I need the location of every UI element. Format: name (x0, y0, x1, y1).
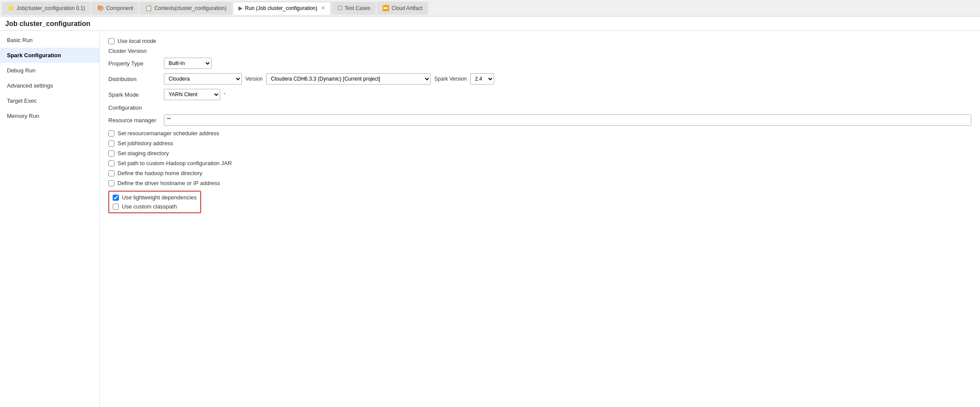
set-staging-label[interactable]: Set staging directory (117, 150, 169, 156)
distribution-label: Distribution (108, 76, 160, 82)
resource-manager-label: Resource manager (108, 117, 160, 124)
star-icon: ⭐ (7, 5, 14, 11)
checkbox-row-set-resourcemanager: Set resourcemanager scheduler address (108, 130, 971, 137)
tab-contexts[interactable]: 📋 Contexts(cluster_configuration) (140, 2, 232, 15)
contexts-icon: 📋 (145, 5, 152, 11)
property-type-select[interactable]: Built-In Custom (164, 58, 212, 69)
checkbox-row-set-path-hadoop: Set path to custom Hadoop configuration … (108, 160, 971, 166)
use-lightweight-label[interactable]: Use lightweight dependencies (122, 194, 197, 201)
main-container: Job cluster_configuration Basic Run Spar… (0, 16, 980, 407)
run-icon: ▶ (238, 5, 243, 11)
tab-test-cases[interactable]: ☐ Test Cases (332, 2, 376, 15)
sidebar-item-debug-run[interactable]: Debug Run (0, 63, 99, 78)
checkbox-row-use-custom-classpath: Use custom classpath (113, 203, 197, 210)
cluster-version-label: Cluster Version (108, 48, 971, 54)
use-local-mode-label[interactable]: Use local mode (117, 38, 156, 44)
sidebar-item-basic-run[interactable]: Basic Run (0, 33, 99, 48)
define-driver-hostname-checkbox[interactable] (108, 180, 114, 186)
set-resourcemanager-label[interactable]: Set resourcemanager scheduler address (117, 130, 219, 137)
use-local-mode-checkbox[interactable] (108, 38, 114, 44)
asterisk-icon: * (224, 92, 225, 97)
set-jobhistory-label[interactable]: Set jobhistory address (117, 140, 173, 147)
tab-job[interactable]: ⭐ Job(cluster_configuration 0.1) (2, 2, 91, 15)
spark-mode-select[interactable]: YARN Client YARN Cluster Local (164, 89, 220, 100)
sidebar-item-advanced-settings[interactable]: Advanced settings (0, 78, 99, 93)
set-jobhistory-checkbox[interactable] (108, 140, 114, 147)
checkbox-row-use-lightweight: Use lightweight dependencies (113, 194, 197, 201)
distribution-select[interactable]: Cloudera Amazon EMR Azure HDInsight Goog… (164, 73, 242, 85)
use-local-mode-row: Use local mode (108, 38, 971, 44)
spark-version-label: Spark Version (434, 76, 467, 82)
tab-bar: ⭐ Job(cluster_configuration 0.1) 🎨 Compo… (0, 0, 980, 16)
spark-mode-row: Spark Mode YARN Client YARN Cluster Loca… (108, 89, 971, 100)
tab-run[interactable]: ▶ Run (Job cluster_configuration) ✕ (233, 2, 331, 15)
use-custom-classpath-label[interactable]: Use custom classpath (122, 203, 177, 210)
checkbox-row-set-staging: Set staging directory (108, 150, 971, 156)
set-staging-checkbox[interactable] (108, 150, 114, 156)
test-cases-icon: ☐ (337, 5, 342, 11)
resource-manager-row: Resource manager (108, 114, 971, 126)
content-area: Basic Run Spark Configuration Debug Run … (0, 31, 980, 407)
resource-manager-input[interactable] (164, 114, 971, 126)
tab-component[interactable]: 🎨 Component (91, 2, 139, 15)
tab-cloud-artifact[interactable]: ⏩ Cloud Artifact (377, 2, 428, 15)
checkboxes-container: Set resourcemanager scheduler addressSet… (108, 130, 971, 213)
page-title: Job cluster_configuration (0, 16, 980, 31)
version-label: Version (245, 76, 263, 82)
define-hadoop-home-checkbox[interactable] (108, 170, 114, 176)
use-lightweight-checkbox[interactable] (113, 195, 119, 201)
sidebar: Basic Run Spark Configuration Debug Run … (0, 31, 100, 407)
cloud-artifact-icon: ⏩ (382, 5, 389, 11)
sidebar-item-spark-configuration[interactable]: Spark Configuration (0, 48, 99, 63)
main-panel: Use local mode Cluster Version Property … (100, 31, 980, 407)
property-type-row: Property Type Built-In Custom (108, 58, 971, 69)
palette-icon: 🎨 (97, 5, 104, 11)
checkbox-row-set-jobhistory: Set jobhistory address (108, 140, 971, 147)
spark-mode-label: Spark Mode (108, 91, 160, 98)
checkbox-row-define-driver-hostname: Define the driver hostname or IP address (108, 180, 971, 186)
set-path-hadoop-checkbox[interactable] (108, 160, 114, 166)
version-select[interactable]: Cloudera CDH6.3.3 (Dynamic) [Current pro… (266, 73, 431, 85)
use-custom-classpath-checkbox[interactable] (113, 204, 119, 210)
highlighted-section: Use lightweight dependenciesUse custom c… (108, 191, 201, 213)
set-resourcemanager-checkbox[interactable] (108, 130, 114, 137)
sidebar-item-target-exec[interactable]: Target Exec (0, 93, 99, 108)
spark-version-select[interactable]: 2.4 2.3 2.2 2.1 (470, 73, 494, 85)
define-driver-hostname-label[interactable]: Define the driver hostname or IP address (117, 180, 220, 186)
set-path-hadoop-label[interactable]: Set path to custom Hadoop configuration … (117, 160, 232, 166)
configuration-label: Configuration (108, 104, 971, 111)
property-type-label: Property Type (108, 60, 160, 67)
distribution-row: Distribution Cloudera Amazon EMR Azure H… (108, 73, 971, 85)
checkbox-row-define-hadoop-home: Define the hadoop home directory (108, 170, 971, 176)
sidebar-item-memory-run[interactable]: Memory Run (0, 108, 99, 124)
close-icon[interactable]: ✕ (321, 5, 325, 11)
define-hadoop-home-label[interactable]: Define the hadoop home directory (117, 170, 202, 176)
